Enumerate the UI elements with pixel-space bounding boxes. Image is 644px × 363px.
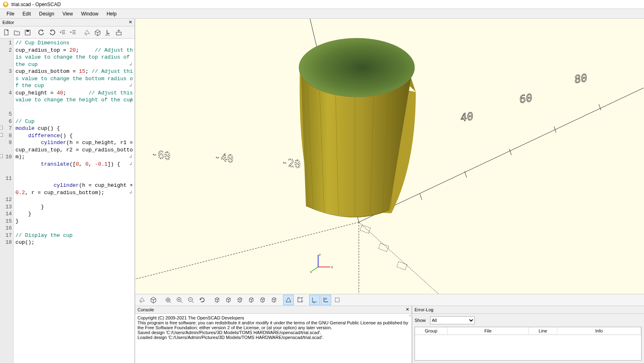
preview-icon[interactable]: » bbox=[82, 28, 92, 37]
svg-line-64 bbox=[192, 301, 194, 303]
editor-panel: Editor ✕ »STL 1234567−8−910−111213141516… bbox=[0, 19, 135, 363]
svg-line-13 bbox=[98, 31, 100, 33]
svg-point-1 bbox=[4, 2, 7, 5]
svg-line-69 bbox=[227, 299, 229, 300]
svg-line-81 bbox=[272, 299, 274, 300]
svg-rect-98 bbox=[335, 298, 339, 302]
zoom-in-icon[interactable] bbox=[174, 295, 185, 305]
svg-line-58 bbox=[170, 302, 171, 303]
svg-line-78 bbox=[261, 299, 263, 300]
close-icon[interactable]: ✕ bbox=[127, 20, 133, 25]
svg-line-66 bbox=[215, 299, 217, 300]
window-title: trial.scad - OpenSCAD bbox=[11, 2, 61, 7]
close-icon[interactable]: ✕ bbox=[404, 307, 410, 313]
svg-line-70 bbox=[229, 298, 230, 300]
svg-line-73 bbox=[240, 298, 242, 300]
show-label: Show bbox=[415, 318, 426, 323]
3d-model-render: 40 60 80 -20 -40 -60 bbox=[135, 19, 644, 294]
reset-view-icon[interactable] bbox=[197, 295, 207, 305]
svg-line-75 bbox=[249, 299, 251, 300]
view-bottom-icon[interactable] bbox=[234, 295, 245, 305]
console-panel: Console ✕ ˄ Copyright (C) 2009-2021 The … bbox=[135, 306, 412, 363]
view-back-icon[interactable] bbox=[269, 295, 279, 305]
preview-icon[interactable]: » bbox=[137, 295, 147, 305]
error-filter-select[interactable]: All bbox=[430, 316, 475, 324]
menu-view[interactable]: View bbox=[58, 10, 77, 17]
undo-icon[interactable] bbox=[37, 28, 46, 37]
view-all-icon[interactable] bbox=[163, 295, 173, 305]
error-col-info[interactable]: Info bbox=[557, 327, 641, 335]
console-panel-title: Console bbox=[138, 307, 154, 312]
editor-panel-header: Editor ✕ bbox=[0, 19, 135, 26]
error-log-header: Error-Log bbox=[412, 306, 644, 314]
svg-line-76 bbox=[251, 298, 253, 300]
menu-help[interactable]: Help bbox=[103, 10, 121, 17]
svg-text:80: 80 bbox=[574, 72, 587, 85]
new-icon[interactable] bbox=[2, 28, 11, 37]
console-line: Copyright (C) 2009-2021 The OpenSCAD Dev… bbox=[138, 315, 409, 320]
svg-line-21 bbox=[420, 194, 422, 200]
ortho-icon[interactable] bbox=[295, 295, 305, 305]
svg-text:60: 60 bbox=[520, 92, 532, 105]
error-col-file[interactable]: File bbox=[448, 327, 529, 335]
3d-viewport[interactable]: 40 60 80 -20 -40 -60 bbox=[135, 19, 644, 294]
unindent-icon[interactable] bbox=[58, 28, 68, 37]
svg-line-54 bbox=[151, 299, 153, 300]
scroll-up-icon[interactable]: ˄ bbox=[409, 315, 411, 319]
console-line: This program is free software; you can r… bbox=[138, 320, 409, 330]
open-icon[interactable] bbox=[12, 28, 22, 37]
perspective-icon[interactable] bbox=[283, 295, 294, 305]
error-col-line[interactable]: Line bbox=[529, 327, 557, 335]
console-output[interactable]: ˄ Copyright (C) 2009-2021 The OpenSCAD D… bbox=[135, 314, 412, 363]
error-table[interactable]: GroupFileLineInfo bbox=[415, 327, 642, 361]
svg-text:y: y bbox=[310, 270, 312, 273]
stl-icon[interactable]: STL bbox=[103, 28, 113, 37]
svg-point-45 bbox=[299, 38, 415, 97]
menu-window[interactable]: Window bbox=[77, 10, 103, 17]
error-col-group[interactable]: Group bbox=[415, 327, 448, 335]
error-log-title: Error-Log bbox=[415, 307, 433, 312]
view-front-icon[interactable] bbox=[257, 295, 268, 305]
zoom-out-icon[interactable] bbox=[186, 295, 196, 305]
svg-line-67 bbox=[217, 298, 219, 300]
indent-icon[interactable] bbox=[68, 28, 78, 37]
redo-icon[interactable] bbox=[47, 28, 57, 37]
title-bar: trial.scad - OpenSCAD bbox=[0, 0, 644, 9]
svg-text:-60: -60 bbox=[151, 148, 170, 162]
svg-text:-20: -20 bbox=[282, 156, 301, 171]
menu-design[interactable]: Design bbox=[35, 10, 58, 17]
code-editor[interactable]: 1234567−8−910−1112131415161718 // Cup Di… bbox=[0, 39, 135, 363]
svg-text:10: 10 bbox=[325, 297, 327, 300]
axes-icon[interactable] bbox=[309, 295, 320, 305]
view-right-icon[interactable] bbox=[212, 295, 222, 305]
svg-line-22 bbox=[465, 171, 467, 177]
svg-rect-37 bbox=[397, 262, 407, 270]
view-top-icon[interactable] bbox=[223, 295, 234, 305]
svg-rect-4 bbox=[26, 30, 29, 32]
menu-file[interactable]: File bbox=[2, 10, 18, 17]
svg-rect-35 bbox=[360, 225, 370, 234]
svg-text:40: 40 bbox=[461, 110, 473, 124]
svg-rect-16 bbox=[116, 32, 121, 35]
render-icon[interactable] bbox=[148, 295, 159, 305]
svg-line-72 bbox=[238, 299, 240, 300]
render-icon[interactable] bbox=[93, 28, 103, 37]
axis-indicator: x y z bbox=[310, 253, 334, 274]
svg-rect-84 bbox=[298, 298, 302, 302]
svg-line-34 bbox=[359, 222, 440, 294]
svg-line-86 bbox=[302, 297, 303, 298]
save-icon[interactable] bbox=[23, 28, 33, 37]
menu-edit[interactable]: Edit bbox=[18, 10, 35, 17]
svg-line-55 bbox=[153, 299, 156, 300]
editor-panel-title: Editor bbox=[2, 20, 14, 25]
console-panel-header: Console ✕ bbox=[135, 306, 412, 314]
scale-marker-icon[interactable]: 10 bbox=[321, 295, 331, 305]
crosshair-icon[interactable] bbox=[332, 295, 343, 305]
svg-text:x: x bbox=[331, 265, 333, 269]
view-left-icon[interactable] bbox=[246, 295, 256, 305]
svg-text:-40: -40 bbox=[214, 151, 234, 165]
svg-line-12 bbox=[95, 31, 98, 33]
send-icon[interactable] bbox=[114, 28, 124, 37]
menu-bar: FileEditDesignViewWindowHelp bbox=[0, 9, 644, 19]
svg-line-25 bbox=[599, 104, 601, 110]
